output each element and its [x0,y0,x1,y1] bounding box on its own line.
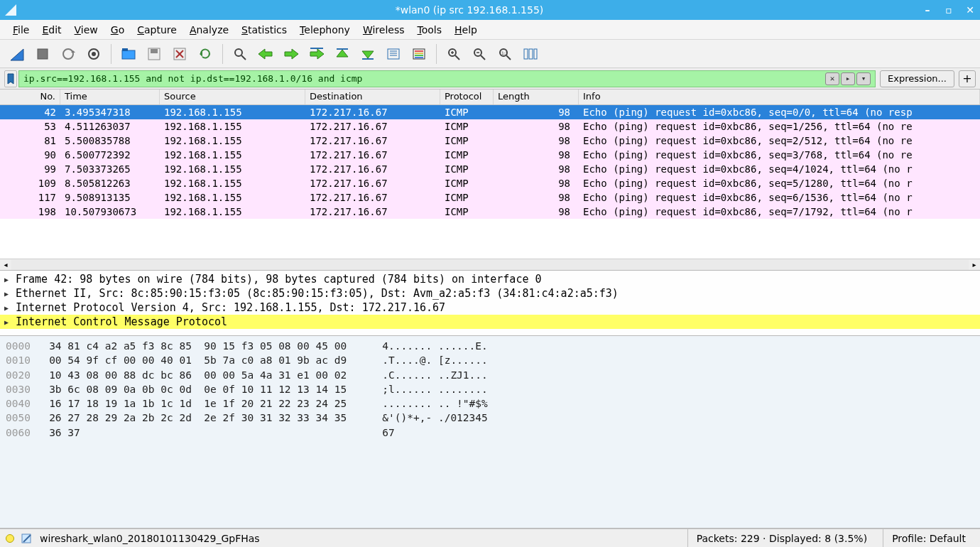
add-filter-button[interactable]: + [959,70,976,87]
menu-tools[interactable]: Tools [412,23,448,37]
svg-marker-23 [362,51,374,58]
packet-row[interactable]: 423.495347318192.168.1.155172.217.16.67I… [0,105,980,119]
packet-bytes-pane[interactable]: 0000 34 81 c4 a2 a5 f3 8c 85 90 15 f3 05… [0,336,980,529]
minimize-button[interactable]: – [922,4,933,16]
expand-icon[interactable]: ▶ [4,304,11,312]
menu-telephony[interactable]: Telephony [294,23,356,37]
filter-apply-button[interactable]: ▸ [841,72,855,85]
status-bar: wireshark_wlan0_20180101130429_GpFHas Pa… [0,529,980,547]
packet-list-body[interactable]: 423.495347318192.168.1.155172.217.16.67I… [0,105,980,259]
filter-dropdown-button[interactable]: ▾ [856,72,871,85]
horizontal-scrollbar[interactable]: ◂ ▸ [0,259,980,270]
filter-text: ip.src==192.168.1.155 and not ip.dst==19… [23,73,362,84]
packet-row[interactable]: 815.500835788192.168.1.155172.217.16.67I… [0,134,980,148]
column-no[interactable]: No. [0,90,60,104]
bookmark-icon[interactable] [4,70,17,87]
packet-row[interactable]: 534.511263037192.168.1.155172.217.16.67I… [0,119,980,134]
column-destination[interactable]: Destination [305,90,440,104]
packet-row[interactable]: 906.500772392192.168.1.155172.217.16.67I… [0,148,980,162]
svg-point-6 [92,52,96,56]
expand-icon[interactable]: ▶ [4,276,11,283]
find-button[interactable] [229,43,251,65]
jump-to-button[interactable] [305,43,328,65]
expert-info-led-icon[interactable] [6,534,14,543]
detail-row[interactable]: ▶Internet Control Message Protocol [0,315,980,329]
colorize-button[interactable] [408,43,430,65]
app-icon [4,4,17,16]
filter-clear-button[interactable]: ✕ [825,72,839,85]
menubar: FileEditViewGoCaptureAnalyzeStatisticsTe… [0,20,980,40]
menu-go[interactable]: Go [105,23,130,37]
svg-rect-31 [415,53,423,54]
svg-marker-17 [258,49,272,59]
scroll-track[interactable] [11,260,969,270]
maximize-button[interactable]: ▫ [943,4,954,16]
column-info[interactable]: Info [579,90,980,104]
edit-capture-comment-icon[interactable] [21,533,33,544]
save-file-button[interactable] [143,43,165,65]
packet-list-header[interactable]: No. Time Source Destination Protocol Len… [0,90,980,105]
zoom-out-button[interactable] [468,43,491,65]
packets-count-label: Packets: 229 · Displayed: 8 (3.5%) [687,529,876,547]
menu-capture[interactable]: Capture [131,23,183,37]
go-first-button[interactable] [331,43,354,65]
zoom-in-button[interactable] [442,43,465,65]
svg-marker-0 [5,4,16,16]
packet-row[interactable]: 19810.507930673192.168.1.155172.217.16.6… [0,205,980,219]
svg-marker-19 [310,49,324,59]
restart-capture-button[interactable] [57,43,80,65]
detail-row[interactable]: ▶Frame 42: 98 bytes on wire (784 bits), … [0,272,980,286]
go-back-button[interactable] [254,43,277,65]
reload-button[interactable] [194,43,217,65]
column-protocol[interactable]: Protocol [440,90,494,104]
svg-line-35 [455,55,459,60]
packet-list-pane: No. Time Source Destination Protocol Len… [0,90,980,271]
resize-columns-button[interactable] [519,43,542,65]
menu-help[interactable]: Help [449,23,483,37]
column-source[interactable]: Source [160,90,305,104]
open-file-button[interactable] [117,43,140,65]
auto-scroll-button[interactable] [382,43,405,65]
profile-label[interactable]: Profile: Default [883,529,974,547]
packet-row[interactable]: 997.503373265192.168.1.155172.217.16.67I… [0,162,980,176]
menu-edit[interactable]: Edit [36,23,67,37]
svg-marker-18 [285,49,298,59]
column-length[interactable]: Length [494,90,579,104]
menu-view[interactable]: View [69,23,104,37]
menu-analyze[interactable]: Analyze [184,23,234,37]
expand-icon[interactable]: ▶ [4,318,11,326]
capture-options-button[interactable] [82,43,105,65]
expand-icon[interactable]: ▶ [4,290,11,298]
stop-capture-button[interactable] [31,43,54,65]
packet-details-pane[interactable]: ▶Frame 42: 98 bytes on wire (784 bits), … [0,271,980,336]
svg-line-42 [506,55,511,60]
column-time[interactable]: Time [60,90,160,104]
menu-wireless[interactable]: Wireless [357,23,410,37]
svg-rect-46 [534,49,537,59]
menu-statistics[interactable]: Statistics [236,23,293,37]
window-title: *wlan0 (ip src 192.168.1.155) [23,4,916,16]
separator [436,44,437,64]
close-file-button[interactable] [168,43,191,65]
menu-file[interactable]: File [7,23,35,37]
shark-fin-icon[interactable] [6,43,28,65]
packet-row[interactable]: 1098.505812263192.168.1.155172.217.16.67… [0,176,980,190]
scroll-left-button[interactable]: ◂ [0,260,11,270]
expression-button[interactable]: Expression... [880,70,954,87]
detail-row[interactable]: ▶Internet Protocol Version 4, Src: 192.1… [0,300,980,315]
detail-row[interactable]: ▶Ethernet II, Src: 8c:85:90:15:f3:05 (8c… [0,286,980,300]
display-filter-input[interactable]: ip.src==192.168.1.155 and not ip.dst==19… [18,70,876,87]
toolbar: 1:1 [0,40,980,68]
svg-rect-33 [415,57,423,58]
zoom-reset-button[interactable]: 1:1 [494,43,516,65]
close-button[interactable]: ✕ [964,4,976,16]
go-last-button[interactable] [356,43,379,65]
svg-point-15 [235,49,242,56]
go-forward-button[interactable] [280,43,303,65]
separator [111,44,111,64]
svg-rect-44 [524,49,528,59]
separator [222,44,223,64]
scroll-right-button[interactable]: ▸ [969,260,980,270]
packet-row[interactable]: 1179.508913135192.168.1.155172.217.16.67… [0,190,980,205]
titlebar: *wlan0 (ip src 192.168.1.155) – ▫ ✕ [0,0,980,20]
